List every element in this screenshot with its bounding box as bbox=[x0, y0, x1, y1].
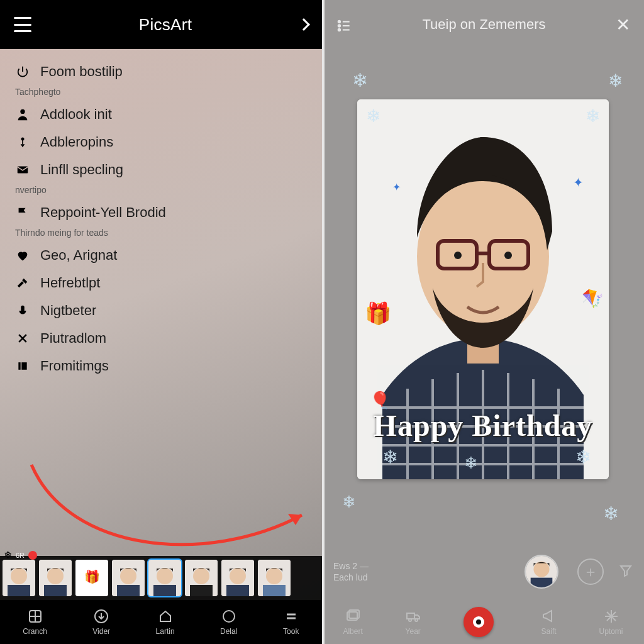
hamburger-icon[interactable] bbox=[14, 17, 31, 32]
menu-item-reppoint[interactable]: Reppoint-Yell Brodid bbox=[0, 199, 322, 226]
nav-vider[interactable]: Vider bbox=[92, 608, 110, 636]
red-dot-icon bbox=[28, 551, 37, 560]
nav-took[interactable]: Took bbox=[283, 608, 299, 636]
menu-label: Fromitimgs bbox=[40, 358, 109, 374]
menu-caption: Tachphegto bbox=[0, 86, 322, 101]
thumb[interactable]: 🎁 bbox=[75, 560, 108, 596]
svg-point-25 bbox=[230, 568, 246, 584]
avatar[interactable] bbox=[525, 555, 558, 589]
nav-albert[interactable]: Albert bbox=[343, 608, 362, 636]
chevron-right-icon[interactable] bbox=[297, 18, 310, 31]
close-icon[interactable]: ✕ bbox=[616, 14, 630, 35]
thumb[interactable] bbox=[39, 560, 72, 596]
add-button[interactable]: ＋ bbox=[577, 558, 604, 585]
menu-item-nigtbeter[interactable]: Nigtbeter bbox=[0, 297, 322, 325]
menu-label: Nigtbeter bbox=[40, 303, 96, 319]
thumb[interactable] bbox=[221, 560, 254, 596]
menu-caption: nvertipo bbox=[0, 184, 322, 199]
mail-icon bbox=[15, 162, 30, 177]
nav-delal[interactable]: Delal bbox=[220, 608, 237, 636]
truck-icon bbox=[405, 608, 421, 625]
menu-label: Geo, Arignat bbox=[40, 247, 117, 264]
nav-year[interactable]: Year bbox=[405, 608, 421, 636]
thumbnail-strip[interactable]: 🎁 bbox=[0, 556, 322, 600]
svg-point-44 bbox=[534, 562, 550, 577]
strip-labels: Ews 2 — Each lud bbox=[333, 560, 371, 583]
megaphone-icon bbox=[541, 608, 557, 625]
thumb[interactable] bbox=[258, 560, 291, 596]
svg-rect-48 bbox=[407, 613, 414, 619]
menu-item-foom[interactable]: Foom bostilip bbox=[0, 58, 322, 86]
thumb[interactable] bbox=[3, 560, 35, 596]
snowflake-icon: ❄ bbox=[342, 492, 356, 512]
person-icon bbox=[15, 107, 30, 122]
svg-point-50 bbox=[415, 619, 418, 621]
menu-item-linfll[interactable]: Linfll specling bbox=[0, 156, 322, 184]
photo-canvas[interactable]: ❄ ❄ ✦ ✦ 🎁 🪁 🎈 ❄ ❄ ❄ Happy Birthday bbox=[357, 99, 609, 479]
left-pane: PicsArt Foom bostilip Tachphegto Addlook… bbox=[0, 0, 322, 644]
left-header: PicsArt bbox=[0, 0, 322, 49]
right-title: Tueip on Zememers bbox=[422, 16, 545, 33]
svg-rect-17 bbox=[117, 585, 140, 596]
x-icon bbox=[15, 331, 30, 346]
overlay-text[interactable]: Happy Birthday bbox=[357, 408, 609, 443]
thumb-selected[interactable] bbox=[148, 560, 181, 596]
menu-item-geo[interactable]: Geo, Arignat bbox=[0, 242, 322, 269]
thumb[interactable] bbox=[112, 560, 145, 596]
svg-point-41 bbox=[454, 252, 462, 259]
svg-point-28 bbox=[266, 568, 282, 584]
mic-icon bbox=[15, 303, 30, 318]
annotation-arrow bbox=[19, 458, 321, 572]
circle-icon bbox=[221, 608, 237, 625]
thumb[interactable] bbox=[185, 560, 218, 596]
svg-point-33 bbox=[338, 21, 340, 23]
svg-rect-5 bbox=[18, 362, 20, 370]
record-icon bbox=[464, 607, 494, 637]
svg-point-35 bbox=[338, 29, 340, 31]
right-bottom-nav: Albert Year Saift Uptomi bbox=[322, 600, 644, 644]
menu-label: Adbleropins bbox=[40, 134, 113, 150]
nav-record[interactable] bbox=[464, 607, 499, 637]
download-icon bbox=[93, 608, 109, 625]
svg-point-22 bbox=[193, 568, 209, 584]
snowflake-icon: ❄ bbox=[603, 502, 619, 525]
nav-cranch[interactable]: Cranch bbox=[23, 608, 47, 636]
menu-caption: Thirndo meing for teads bbox=[0, 226, 322, 242]
svg-point-34 bbox=[338, 25, 340, 26]
svg-point-11 bbox=[47, 568, 64, 584]
strip-badge: ❄ 6R bbox=[4, 549, 37, 561]
funnel-icon[interactable] bbox=[619, 564, 633, 580]
svg-rect-9 bbox=[8, 585, 30, 596]
menu-item-hefre[interactable]: Hefrebtlpt bbox=[0, 269, 322, 297]
menu-item-fromitimgs[interactable]: Fromitimgs bbox=[0, 352, 322, 380]
flag-icon bbox=[15, 205, 30, 220]
svg-rect-26 bbox=[226, 585, 249, 596]
nav-saift[interactable]: Saift bbox=[541, 608, 557, 636]
pane-divider bbox=[322, 0, 325, 644]
list-icon[interactable] bbox=[336, 18, 352, 31]
menu-item-addlook[interactable]: Addlook init bbox=[0, 101, 322, 128]
menu-label: Addlook init bbox=[40, 106, 112, 123]
app-title: PicsArt bbox=[139, 15, 192, 35]
star-icon bbox=[603, 608, 619, 625]
snowflake-icon: ❄ bbox=[608, 70, 623, 91]
menu-label: Reppoint-Yell Brodid bbox=[40, 204, 166, 221]
svg-rect-20 bbox=[153, 585, 176, 596]
svg-rect-6 bbox=[21, 362, 26, 370]
nav-lartin[interactable]: Lartin bbox=[156, 608, 175, 636]
heart-icon bbox=[15, 248, 30, 263]
home-icon bbox=[157, 608, 174, 625]
svg-rect-2 bbox=[22, 140, 23, 145]
right-strip: Ews 2 — Each lud ＋ bbox=[322, 543, 644, 600]
grid-icon bbox=[27, 608, 43, 625]
menu-label: Piutradlom bbox=[40, 330, 106, 347]
svg-rect-3 bbox=[18, 167, 28, 174]
nav-uptomi[interactable]: Uptomi bbox=[599, 608, 623, 636]
menu-item-adbleropins[interactable]: Adbleropins bbox=[0, 128, 322, 156]
menu-label: Foom bostilip bbox=[40, 64, 123, 80]
svg-rect-12 bbox=[44, 585, 67, 596]
menu-label: Linfll specling bbox=[40, 162, 123, 178]
power-icon bbox=[15, 64, 30, 79]
menu-item-piutradlom[interactable]: Piutradlom bbox=[0, 325, 322, 352]
photos-icon bbox=[345, 608, 361, 625]
